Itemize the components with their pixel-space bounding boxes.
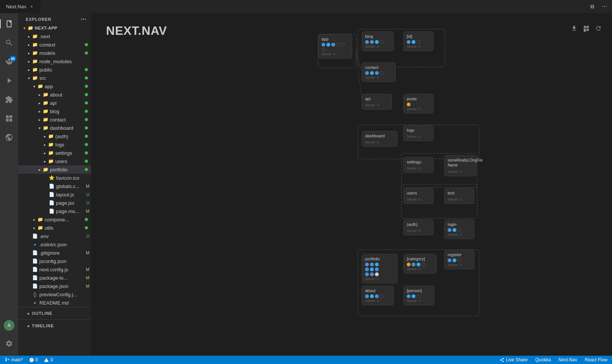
tree-item-next-config[interactable]: ▸ 📄 next.config.js M bbox=[18, 265, 91, 274]
live-share-indicator[interactable]: Live Share bbox=[498, 356, 529, 364]
node-category[interactable]: [category] Server bbox=[403, 254, 437, 274]
react-flow-indicator[interactable]: React Flow bbox=[583, 356, 609, 364]
quokka-indicator[interactable]: Quokka bbox=[534, 356, 552, 364]
node-api[interactable]: api Server bbox=[362, 94, 392, 110]
export-icon[interactable] bbox=[570, 24, 579, 33]
node-app[interactable]: app Server bbox=[318, 34, 352, 59]
files-activity-icon[interactable] bbox=[0, 15, 18, 33]
source-control-activity-icon[interactable]: 66 bbox=[0, 53, 18, 71]
node-id[interactable]: [id] Server bbox=[403, 31, 434, 51]
tree-item-page-jsx[interactable]: ▸ 📄 page.jsx U bbox=[18, 199, 91, 207]
node-about[interactable]: about Server bbox=[362, 286, 394, 305]
sidebar: EXPLORER ⋯ ▾ 📁 NEXT-APP ▸ 📁 .next ▸ 📁 co… bbox=[18, 13, 91, 356]
avatar[interactable]: A bbox=[4, 320, 14, 331]
page-module-badge: M bbox=[86, 209, 89, 213]
tree-item-auth[interactable]: ▸ 📁 (auth) bbox=[18, 132, 91, 140]
tab-close-button[interactable]: × bbox=[28, 3, 34, 9]
node-person[interactable]: [person] Server bbox=[403, 286, 434, 305]
extension-indicator[interactable]: Next.Nav bbox=[557, 356, 579, 364]
node-auth-group-label: (auth) bbox=[407, 222, 430, 227]
node-blog-dots bbox=[365, 40, 390, 44]
tree-item-readme[interactable]: ▸ ● README.md bbox=[18, 299, 91, 307]
tree-item-jsconfig[interactable]: ▸ 📄 jsconfig.json bbox=[18, 257, 91, 265]
context-label: context bbox=[39, 42, 85, 48]
tree-item-portfolio[interactable]: ▸ 📁 portfolio bbox=[18, 165, 91, 174]
extra-activity-icon[interactable] bbox=[0, 128, 18, 146]
search-activity-icon[interactable] bbox=[0, 34, 18, 52]
node-contact[interactable]: contact Server bbox=[362, 62, 396, 82]
node-about-label: about bbox=[365, 288, 390, 293]
new-file-icon[interactable]: ⋯ bbox=[80, 16, 86, 22]
error-indicator[interactable]: 0 bbox=[28, 356, 40, 364]
tree-item-models[interactable]: ▸ 📁 models bbox=[18, 49, 91, 57]
node-posts[interactable]: posts Server bbox=[403, 94, 434, 114]
node-login[interactable]: login Server bbox=[444, 219, 475, 239]
tree-item-env[interactable]: ▸ 📄 .env U bbox=[18, 232, 91, 240]
node-contact-dots bbox=[365, 71, 392, 75]
tree-item-about[interactable]: ▸ 📁 about bbox=[18, 90, 91, 99]
tree-item-components[interactable]: ▸ 📁 compone... bbox=[18, 215, 91, 224]
tree-item-package-json[interactable]: ▸ 📄 package.json M bbox=[18, 282, 91, 290]
tree-item-logs[interactable]: ▸ 📁 logs bbox=[18, 140, 91, 149]
layout-icon[interactable] bbox=[582, 24, 591, 33]
node-contact-label: contact bbox=[365, 65, 392, 70]
root-folder-item[interactable]: ▾ 📁 NEXT-APP bbox=[18, 24, 91, 32]
node-portfolio[interactable]: portfolio Server bbox=[362, 254, 398, 283]
tree-item-api[interactable]: ▸ 📁 api bbox=[18, 99, 91, 107]
portfolio-folder-icon: 📁 bbox=[42, 166, 48, 173]
tree-item-preview-config[interactable]: ▸ {} previewConfig.j... bbox=[18, 290, 91, 299]
node-test[interactable]: test Server bbox=[444, 188, 475, 204]
node-auth-group[interactable]: (auth) Server bbox=[403, 219, 434, 235]
node-logs[interactable]: logs Server bbox=[403, 125, 434, 141]
tree-item-src[interactable]: ▾ 📁 src bbox=[18, 74, 91, 82]
warning-indicator[interactable]: 0 bbox=[42, 356, 55, 364]
status-bar-right: Live Share Quokka Next.Nav React Flow bbox=[498, 356, 609, 364]
node-settings[interactable]: settings Server bbox=[403, 157, 434, 173]
node-about-footer: Server bbox=[365, 299, 390, 303]
users-arrow: ▸ bbox=[42, 158, 48, 164]
split-editor-icon[interactable]: ⧉ bbox=[588, 2, 597, 11]
tree-item-gitignore[interactable]: ▸ 📄 .gitignore M bbox=[18, 249, 91, 257]
tree-item-node-modules[interactable]: ▸ 📁 node_modules bbox=[18, 57, 91, 65]
node-dashboard[interactable]: dashboard Server bbox=[362, 131, 398, 147]
tree-item-page-module[interactable]: ▸ 📄 page.mo... M bbox=[18, 207, 91, 215]
tree-item-package-lock[interactable]: ▸ 📄 package-lo... M bbox=[18, 274, 91, 282]
run-activity-icon[interactable] bbox=[0, 72, 18, 90]
remote-explorer-activity-icon[interactable] bbox=[0, 109, 18, 128]
node-users[interactable]: users Server bbox=[403, 188, 434, 204]
public-modified-dot bbox=[85, 68, 88, 71]
page-jsx-badge: U bbox=[86, 201, 89, 205]
outline-header[interactable]: ▸ OUTLINE bbox=[18, 309, 91, 318]
node-category-footer: Server bbox=[407, 267, 433, 271]
tree-item-next[interactable]: ▸ 📁 .next bbox=[18, 32, 91, 40]
next-nav-tab[interactable]: Next.Nav × bbox=[0, 0, 41, 13]
tree-item-blog[interactable]: ▸ 📁 blog bbox=[18, 107, 91, 115]
timeline-header[interactable]: ▸ TIMELINE bbox=[18, 321, 91, 330]
tree-item-eslintrc[interactable]: ▸ ● .eslintrc.json bbox=[18, 240, 91, 249]
extensions-activity-icon[interactable] bbox=[0, 90, 18, 109]
node-blog[interactable]: blog Server bbox=[362, 31, 394, 51]
branch-indicator[interactable]: main* bbox=[3, 356, 25, 364]
tree-item-app[interactable]: ▾ 📁 app bbox=[18, 82, 91, 90]
tree-item-favicon[interactable]: ▸ ⭐ favicon.ico bbox=[18, 174, 91, 182]
tree-item-layout-js[interactable]: ▸ 📄 layout.js U bbox=[18, 190, 91, 199]
refresh-icon[interactable] bbox=[594, 24, 603, 33]
tree-item-context[interactable]: ▸ 📁 context bbox=[18, 40, 91, 49]
tree-item-utils[interactable]: ▸ 📁 utils bbox=[18, 224, 91, 232]
tree-item-users[interactable]: ▸ 📁 users bbox=[18, 157, 91, 165]
more-actions-icon[interactable]: ⋯ bbox=[600, 2, 609, 11]
tree-item-contact[interactable]: ▸ 📁 contact bbox=[18, 115, 91, 124]
next-config-label: next.config.js bbox=[39, 267, 84, 272]
layout-js-icon: 📄 bbox=[48, 191, 55, 198]
tree-item-settings[interactable]: ▸ 📁 settings bbox=[18, 149, 91, 157]
preview-config-label: previewConfig.j... bbox=[39, 292, 89, 297]
tree-item-globals-css[interactable]: ▸ 📄 globals.c... M bbox=[18, 182, 91, 190]
node-auth-group-footer: Server bbox=[407, 229, 430, 233]
settings-gear-icon[interactable] bbox=[0, 334, 18, 353]
page-module-label: page.mo... bbox=[56, 208, 84, 214]
tree-item-dashboard[interactable]: ▾ 📁 dashboard bbox=[18, 124, 91, 132]
node-some-really-long[interactable]: someReallyLOngFile Name Server bbox=[444, 155, 476, 176]
tree-item-public[interactable]: ▸ 📁 public bbox=[18, 65, 91, 74]
node-register[interactable]: register Server bbox=[444, 250, 475, 269]
api-folder-icon: 📁 bbox=[42, 100, 48, 106]
